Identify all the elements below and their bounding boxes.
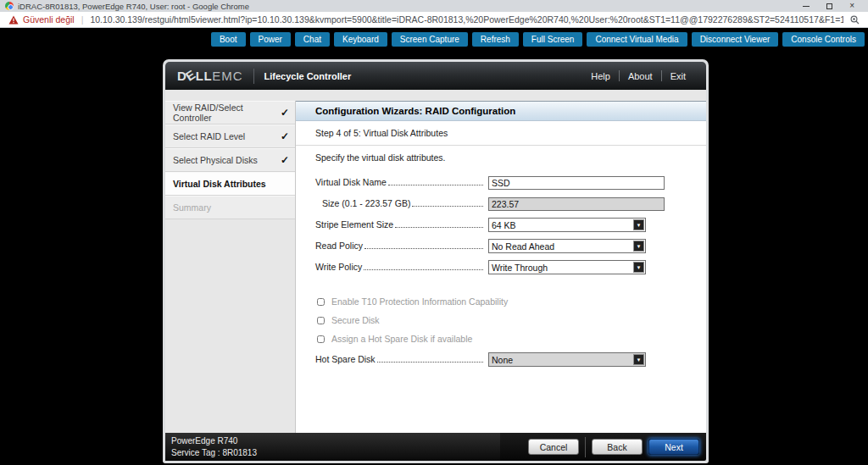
remote-console: DELLEMC Lifecycle Controller Help About … — [0, 51, 868, 465]
next-button[interactable]: Next — [648, 439, 699, 455]
keyboard-button[interactable]: Keyboard — [334, 32, 387, 47]
cancel-button[interactable]: Cancel — [528, 439, 579, 455]
sidebar-item-select-raid-level[interactable]: Select RAID Level ✓ — [165, 125, 295, 148]
back-button[interactable]: Back — [592, 439, 643, 455]
step-indicator: Step 4 of 5: Virtual Disk Attributes — [296, 121, 706, 146]
full-screen-button[interactable]: Full Screen — [523, 32, 583, 47]
system-info: PowerEdge R740 Service Tag : 8R01813 — [165, 433, 500, 461]
chat-button[interactable]: Chat — [295, 32, 330, 47]
product-title: Lifecycle Controller — [264, 71, 352, 81]
read-policy-label: Read Policy — [315, 241, 485, 252]
magnifier-icon[interactable] — [850, 15, 860, 25]
refresh-button[interactable]: Refresh — [472, 32, 519, 47]
t10-protection-label: Enable T10 Protection Information Capabi… — [331, 296, 508, 307]
warning-icon — [8, 15, 19, 25]
stripe-element-size-label: Stripe Element Size — [315, 219, 485, 230]
page-title: Configuration Wizards: RAID Configuratio… — [296, 101, 706, 121]
system-model: PowerEdge R740 — [171, 435, 500, 447]
sidebar-item-virtual-disk-attributes[interactable]: Virtual Disk Attributes — [165, 172, 295, 196]
attributes-form: Virtual Disk Name Size (0.1 - 223.57 GB) — [296, 167, 706, 433]
close-icon[interactable]: × — [849, 2, 854, 10]
console-controls-button[interactable]: Console Controls — [782, 32, 865, 47]
instruction-text: Specify the virtual disk attributes. — [296, 146, 706, 167]
assign-hot-spare-label: Assign a Hot Spare Disk if available — [331, 334, 472, 344]
hot-spare-disk-select: None ▼ — [488, 352, 646, 367]
check-icon: ✓ — [281, 130, 289, 142]
virtual-disk-name-input[interactable] — [488, 176, 665, 190]
lifecycle-controller-panel: DELLEMC Lifecycle Controller Help About … — [163, 59, 709, 463]
maximize-icon[interactable] — [826, 3, 832, 9]
write-policy-label: Write Policy — [315, 262, 485, 273]
size-label: Size (0.1 - 223.57 GB) — [315, 198, 485, 209]
power-button[interactable]: Power — [250, 32, 291, 47]
service-tag: Service Tag : 8R01813 — [171, 447, 500, 459]
security-warning[interactable]: Güvenli değil — [23, 14, 75, 25]
chevron-down-icon[interactable]: ▼ — [633, 219, 644, 230]
sidebar-item-summary: Summary — [165, 196, 295, 219]
size-input — [488, 197, 665, 211]
wizard-steps-sidebar: View RAID/Select Controller ✓ Select RAI… — [165, 101, 295, 433]
secure-disk-checkbox — [317, 317, 325, 324]
sidebar-item-select-physical-disks[interactable]: Select Physical Disks ✓ — [165, 148, 295, 172]
chevron-down-icon: ▼ — [633, 354, 644, 365]
url-text[interactable]: 10.10.30.139/restgui/html5viewer.html?ip… — [90, 14, 843, 25]
browser-titlebar: iDRAC-8R01813, PowerEdge R740, User: roo… — [0, 0, 868, 12]
lc-header: DELLEMC Lifecycle Controller Help About … — [165, 62, 706, 90]
lc-footer: PowerEdge R740 Service Tag : 8R01813 Can… — [165, 433, 706, 461]
chevron-down-icon[interactable]: ▼ — [633, 262, 644, 273]
boot-button[interactable]: Boot — [211, 32, 246, 47]
help-link[interactable]: Help — [582, 71, 619, 81]
secure-disk-label: Secure Disk — [331, 315, 380, 325]
sidebar-item-view-raid-select-controller[interactable]: View RAID/Select Controller ✓ — [165, 101, 295, 125]
chrome-icon — [5, 2, 14, 10]
write-policy-select[interactable]: Write Through ▼ — [488, 260, 646, 274]
url-separator: | — [81, 14, 84, 25]
button-divider — [585, 437, 586, 457]
screen-capture-button[interactable]: Screen Capture — [392, 32, 468, 47]
check-icon: ✓ — [281, 107, 289, 119]
stripe-element-size-select[interactable]: 64 KB ▼ — [488, 218, 646, 232]
header-divider — [253, 69, 254, 84]
screen: iDRAC-8R01813, PowerEdge R740, User: roo… — [0, 0, 868, 465]
window-controls: × — [803, 2, 863, 10]
hot-spare-disk-label: Hot Spare Disk — [315, 354, 485, 365]
read-policy-select[interactable]: No Read Ahead ▼ — [488, 239, 646, 253]
wizard-nav-buttons: Cancel Back Next — [528, 437, 699, 457]
wizard-content: Configuration Wizards: RAID Configuratio… — [295, 101, 706, 433]
window-title: iDRAC-8R01813, PowerEdge R740, User: roo… — [18, 2, 249, 11]
check-icon: ✓ — [281, 154, 289, 166]
browser-urlbar: Güvenli değil | 10.10.30.139/restgui/htm… — [0, 12, 868, 28]
disconnect-viewer-button[interactable]: Disconnect Viewer — [692, 32, 779, 47]
connect-virtual-media-button[interactable]: Connect Virtual Media — [587, 32, 687, 47]
minimize-icon[interactable] — [803, 6, 810, 7]
kvm-toolbar: Boot Power Chat Keyboard Screen Capture … — [0, 28, 868, 51]
chevron-down-icon[interactable]: ▼ — [633, 241, 644, 252]
t10-protection-checkbox — [317, 298, 325, 306]
about-link[interactable]: About — [620, 71, 661, 81]
lc-menu: Help About Exit — [582, 70, 694, 81]
virtual-disk-name-label: Virtual Disk Name — [315, 177, 485, 188]
dell-emc-logo: DELLEMC — [177, 69, 243, 83]
assign-hot-spare-checkbox — [317, 335, 325, 343]
lc-body: View RAID/Select Controller ✓ Select RAI… — [165, 90, 706, 433]
exit-link[interactable]: Exit — [662, 71, 694, 81]
